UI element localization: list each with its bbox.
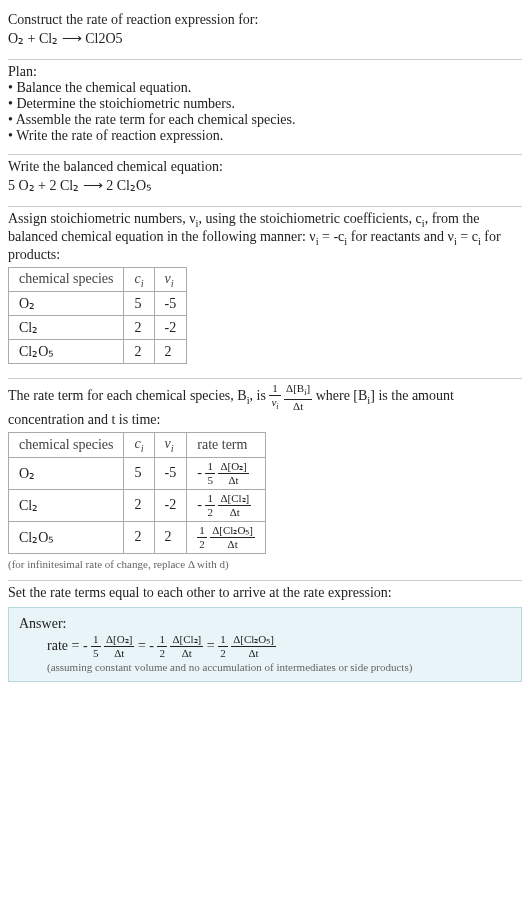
numerator: 1 (197, 525, 207, 538)
cell-c: 2 (124, 316, 154, 340)
numerator: Δ[Bi] (284, 383, 312, 399)
fraction: 12 (218, 634, 228, 659)
denominator: Δt (284, 400, 312, 412)
denominator: 2 (205, 506, 215, 518)
th-c: ci (124, 267, 154, 292)
numerator: Δ[O₂] (218, 461, 248, 474)
text: The rate term for each chemical species,… (8, 389, 247, 404)
fraction: Δ[O₂]Δt (218, 461, 248, 486)
fraction: Δ[O₂]Δt (104, 634, 134, 659)
rateterm-table: chemical species ci νi rate term O₂ 5 -5… (8, 432, 266, 554)
text: = -c (319, 229, 345, 244)
numerator: 1 (269, 383, 280, 396)
table-row: Cl₂ 2 -2 (9, 316, 187, 340)
denominator: Δt (218, 474, 248, 486)
denominator: Δt (104, 647, 134, 659)
cell-species: Cl₂ (9, 316, 124, 340)
rate-label: rate = (47, 637, 83, 652)
fraction: Δ[Bi]Δt (284, 383, 312, 411)
text: = c (457, 229, 478, 244)
balance-section: Write the balanced chemical equation: 5 … (8, 155, 522, 206)
th-c: ci (124, 432, 154, 457)
text: , using the stoichiometric coefficients,… (198, 211, 421, 226)
plan-item: • Write the rate of reaction expression. (8, 128, 522, 144)
plan-item: • Determine the stoichiometric numbers. (8, 96, 522, 112)
equals: = (207, 637, 218, 652)
final-title: Set the rate terms equal to each other t… (8, 585, 522, 601)
denominator: 2 (197, 538, 207, 550)
final-section: Set the rate terms equal to each other t… (8, 581, 522, 692)
cell-c: 2 (124, 489, 154, 521)
cell-species: Cl₂O₅ (9, 340, 124, 364)
cell-c: 2 (124, 340, 154, 364)
sign: - (83, 637, 88, 652)
prompt-section: Construct the rate of reaction expressio… (8, 8, 522, 59)
table-row: O₂ 5 -5 - 15 Δ[O₂]Δt (9, 457, 266, 489)
cell-nu: -2 (154, 316, 187, 340)
th-species: chemical species (9, 267, 124, 292)
cell-c: 2 (124, 521, 154, 553)
fraction: 1νi (269, 383, 280, 411)
cell-c: 5 (124, 457, 154, 489)
fraction: 15 (91, 634, 101, 659)
numerator: Δ[O₂] (104, 634, 134, 647)
plan-title: Plan: (8, 64, 522, 80)
fraction: Δ[Cl₂]Δt (170, 634, 203, 659)
numerator: Δ[Cl₂] (218, 493, 251, 506)
table-row: Cl₂O₅ 2 2 12 Δ[Cl₂O₅]Δt (9, 521, 266, 553)
table-row: Cl₂O₅ 2 2 (9, 340, 187, 364)
rateterm-note: (for infinitesimal rate of change, repla… (8, 558, 522, 570)
stoich-section: Assign stoichiometric numbers, νi, using… (8, 207, 522, 378)
th-nu: νi (154, 432, 187, 457)
fraction: Δ[Cl₂O₅]Δt (210, 525, 255, 550)
numerator: Δ[Cl₂O₅] (231, 634, 276, 647)
cell-rateterm: 12 Δ[Cl₂O₅]Δt (187, 521, 266, 553)
cell-species: Cl₂O₅ (9, 521, 124, 553)
numerator: 1 (91, 634, 101, 647)
sign: - (197, 496, 202, 511)
sign: - (197, 464, 202, 479)
numerator: 1 (205, 461, 215, 474)
cell-rateterm: - 12 Δ[Cl₂]Δt (187, 489, 266, 521)
denominator: Δt (170, 647, 203, 659)
fraction: Δ[Cl₂O₅]Δt (231, 634, 276, 659)
cell-nu: -5 (154, 292, 187, 316)
rate-expression: rate = - 15 Δ[O₂]Δt = - 12 Δ[Cl₂]Δt = 12… (19, 634, 511, 659)
cell-nu: -2 (154, 489, 187, 521)
rateterm-intro: The rate term for each chemical species,… (8, 383, 522, 427)
plan-item-text: Balance the chemical equation. (16, 80, 191, 95)
denominator: Δt (210, 538, 255, 550)
cell-species: O₂ (9, 457, 124, 489)
numerator: 1 (157, 634, 167, 647)
plan-item-text: Assemble the rate term for each chemical… (16, 112, 296, 127)
equals: = (138, 637, 149, 652)
denominator: 5 (205, 474, 215, 486)
th-species: chemical species (9, 432, 124, 457)
answer-label: Answer: (19, 616, 511, 632)
cell-species: Cl₂ (9, 489, 124, 521)
prompt-text: Construct the rate of reaction expressio… (8, 12, 522, 28)
balance-title: Write the balanced chemical equation: (8, 159, 522, 175)
plan-section: Plan: • Balance the chemical equation. •… (8, 60, 522, 154)
cell-rateterm: - 15 Δ[O₂]Δt (187, 457, 266, 489)
numerator: 1 (218, 634, 228, 647)
rateterm-section: The rate term for each chemical species,… (8, 379, 522, 579)
th-nu: νi (154, 267, 187, 292)
cell-c: 5 (124, 292, 154, 316)
cell-nu: 2 (154, 521, 187, 553)
denominator: Δt (231, 647, 276, 659)
assumption-note: (assuming constant volume and no accumul… (19, 661, 511, 673)
text: , is (250, 389, 270, 404)
plan-item-text: Write the rate of reaction expression. (16, 128, 223, 143)
fraction: 12 (197, 525, 207, 550)
answer-box: Answer: rate = - 15 Δ[O₂]Δt = - 12 Δ[Cl₂… (8, 607, 522, 682)
stoich-intro: Assign stoichiometric numbers, νi, using… (8, 211, 522, 263)
plan-item: • Balance the chemical equation. (8, 80, 522, 96)
text: where [B (316, 389, 368, 404)
numerator: Δ[Cl₂O₅] (210, 525, 255, 538)
table-row: O₂ 5 -5 (9, 292, 187, 316)
fraction: 12 (205, 493, 215, 518)
fraction: 15 (205, 461, 215, 486)
denominator: νi (269, 396, 280, 411)
th-rateterm: rate term (187, 432, 266, 457)
